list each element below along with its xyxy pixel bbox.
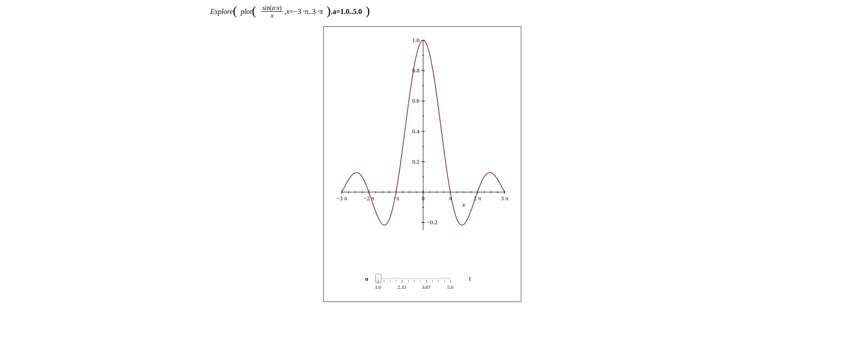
- slider-tick-label: 2.33: [398, 284, 406, 290]
- svg-text:0.2: 0.2: [412, 158, 420, 165]
- paren-close-2: ): [326, 5, 330, 17]
- fraction-denominator: x: [271, 12, 274, 19]
- param-var: a: [333, 8, 336, 16]
- svg-text:−2 π: −2 π: [363, 195, 374, 202]
- fraction-numerator: sin(a·x): [262, 5, 283, 11]
- slider-label: a: [365, 275, 368, 282]
- paren-close-1: ): [366, 5, 370, 17]
- slider-tick-label: 3.67: [422, 284, 430, 290]
- fraction: sin(a·x) x: [262, 5, 283, 19]
- slider-tick-label: 1.0: [375, 284, 381, 290]
- svg-text:3 π: 3 π: [501, 195, 509, 202]
- range-var: x: [286, 8, 289, 16]
- input-expression: Explore ( plot ( sin(a·x) x , x = −3 ·π …: [210, 5, 370, 19]
- paren-open-1: (: [233, 5, 237, 17]
- parameter-slider: a 1 1.02.333.675.0: [365, 274, 501, 297]
- svg-text:1.0: 1.0: [412, 37, 420, 43]
- svg-text:0.6: 0.6: [412, 97, 420, 104]
- fn-explore: Explore: [210, 8, 233, 16]
- slider-value: 1: [468, 275, 472, 282]
- svg-text:−3 π: −3 π: [336, 195, 347, 202]
- svg-text:x: x: [462, 201, 465, 208]
- paren-open-2: (: [252, 5, 256, 17]
- svg-text:0.4: 0.4: [412, 128, 420, 135]
- slider-track[interactable]: [378, 278, 450, 279]
- slider-tick-label: 5.0: [447, 284, 453, 290]
- plot-svg: −3 π−2 π−π0π2 π3 π−0.20.20.40.60.81.0x: [324, 27, 521, 301]
- fn-plot: plot: [241, 8, 252, 16]
- plot-area[interactable]: −3 π−2 π−π0π2 π3 π−0.20.20.40.60.81.0x a…: [324, 27, 521, 301]
- plot-output-frame: −3 π−2 π−π0π2 π3 π−0.20.20.40.60.81.0x a…: [323, 26, 521, 302]
- svg-text:−0.2: −0.2: [427, 219, 438, 226]
- svg-text:−π: −π: [393, 195, 399, 202]
- svg-text:0: 0: [422, 195, 425, 202]
- slider-ticks: [378, 280, 450, 284]
